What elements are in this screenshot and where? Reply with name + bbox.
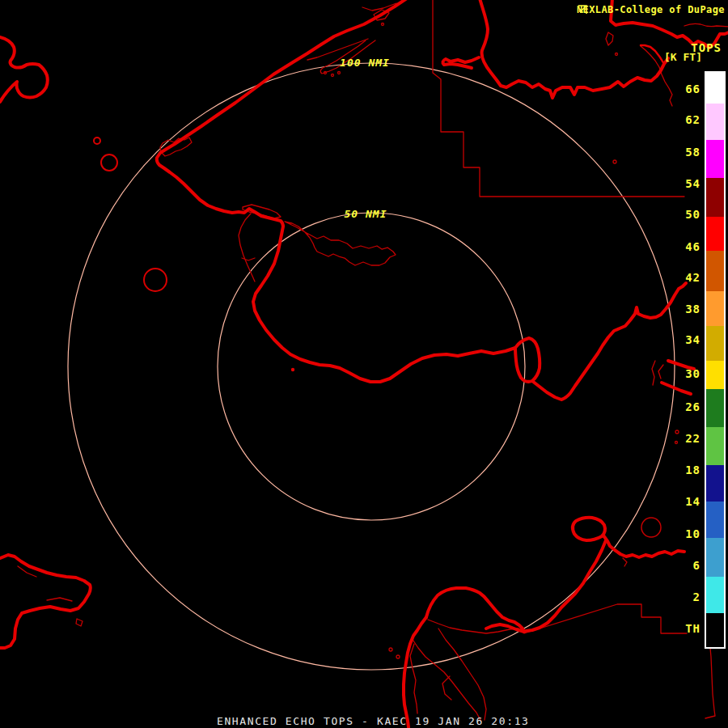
- colorbar-band: [706, 389, 724, 427]
- product-caption: ENHANCED ECHO TOPS - KAEC 19 JAN 26 20:1…: [217, 715, 530, 727]
- colorbar-value-label: 34: [665, 333, 700, 346]
- colorbar-band: [706, 577, 724, 613]
- colorbar-band: [706, 538, 724, 577]
- range-ring-50nmi-label: 50 NMI: [345, 208, 387, 220]
- colorbar-value-label: 14: [665, 495, 700, 508]
- colorbar-labels: 66625854504642383430262218141062TH: [665, 0, 700, 728]
- colorbar-value-label: 54: [665, 177, 700, 190]
- colorbar-band: [706, 291, 724, 326]
- colorbar-band: [706, 326, 724, 361]
- colorbar-value-label: 26: [665, 400, 700, 413]
- colorbar-value-label: 10: [665, 527, 700, 540]
- colorbar-band: [706, 73, 724, 104]
- colorbar-band: [706, 217, 724, 251]
- colorbar-value-label: 22: [665, 432, 700, 445]
- colorbar-value-label: 6: [665, 559, 700, 572]
- colorbar-value-label: 66: [665, 83, 700, 95]
- colorbar-band: [706, 427, 724, 465]
- colorbar-value-label: 46: [665, 240, 700, 253]
- colorbar-value-label: 38: [665, 303, 700, 315]
- coastline-paths: [0, 0, 728, 727]
- site-title: NEXLAB-College of DuPage: [577, 4, 725, 15]
- colorbar-band: [706, 502, 724, 538]
- radar-display: NEXLAB-College of DuPage TOPS [K FT] 666…: [0, 0, 728, 728]
- map-detail-lines: [18, 0, 728, 722]
- colorbar: [705, 71, 726, 649]
- colorbar-value-label: 30: [665, 367, 700, 380]
- colorbar-band: [706, 140, 724, 178]
- colorbar-band: [706, 465, 724, 502]
- colorbar-band: [706, 104, 724, 140]
- colorbar-value-label: 2: [665, 590, 700, 603]
- colorbar-value-label: 62: [665, 113, 700, 126]
- radar-map: [0, 0, 728, 728]
- range-ring-100nmi-label: 100 NMI: [340, 57, 390, 69]
- colorbar-band: [706, 251, 724, 291]
- colorbar-band: [706, 361, 724, 389]
- colorbar-value-label: 58: [665, 146, 700, 159]
- range-ring-50nmi: [218, 213, 525, 520]
- colorbar-band: [706, 178, 724, 217]
- colorbar-band: [706, 613, 724, 647]
- cod-logo-icon: [577, 4, 588, 15]
- colorbar-value-label: 50: [665, 208, 700, 221]
- colorbar-value-label: TH: [665, 622, 700, 635]
- colorbar-value-label: 42: [665, 271, 700, 284]
- colorbar-value-label: 18: [665, 463, 700, 476]
- header: NEXLAB-College of DuPage: [577, 4, 725, 15]
